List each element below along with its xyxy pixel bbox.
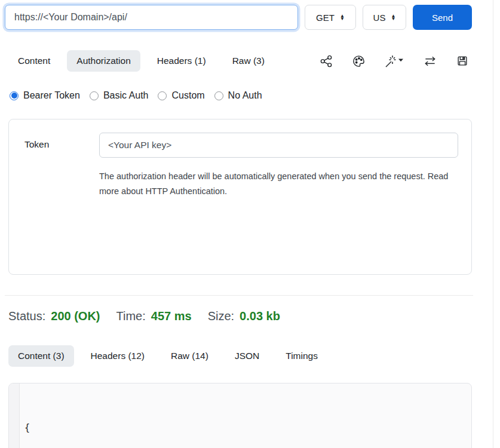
auth-type-options: Bearer Token Basic Auth Custom No Auth [10,90,492,101]
time-label: Time: [116,309,146,323]
json-open-brace: { [24,421,465,435]
status-label: Status: [8,309,45,323]
page-scrollbar-gutter[interactable] [493,0,500,448]
size-item: Size: 0.03 kb [208,309,280,323]
time-item: Time: 457 ms [116,309,192,323]
auth-option-label: Bearer Token [23,90,80,101]
auth-option-custom[interactable]: Custom [158,90,204,101]
response-status-row: Status: 200 (OK) Time: 457 ms Size: 0.03… [8,309,492,323]
response-tabs-row: Content (3) Headers (12) Raw (14) JSON T… [8,345,469,367]
url-input[interactable] [5,5,298,30]
auth-option-bearer-token[interactable]: Bearer Token [10,90,80,101]
time-value: 457 ms [151,309,192,323]
token-label: Token [24,133,99,158]
resp-tab-raw[interactable]: Raw (14) [161,345,218,367]
magic-wand-dropdown-icon[interactable] [384,54,404,68]
tab-content[interactable]: Content [8,50,60,72]
share-icon[interactable] [320,54,333,68]
token-row: Token [9,119,471,158]
tab-authorization[interactable]: Authorization [67,50,140,72]
radio-selected-icon[interactable] [10,91,19,100]
auth-option-label: Basic Auth [103,90,149,101]
response-json: { "message": "API running." } [9,383,471,448]
auth-option-label: No Auth [228,90,262,101]
token-input[interactable] [99,133,458,158]
resp-tab-json[interactable]: JSON [225,345,269,367]
status-item: Status: 200 (OK) [8,309,100,323]
send-button[interactable]: Send [413,5,472,30]
swap-arrows-icon[interactable] [423,54,437,68]
size-value: 0.03 kb [240,309,280,323]
region-select[interactable]: US ▲▼ [363,5,406,30]
auth-help-text: The authorization header will be automat… [99,169,453,199]
response-body-viewer[interactable]: { "message": "API running." } [8,383,472,448]
radio-icon[interactable] [158,91,167,100]
select-arrows-icon: ▲▼ [391,14,395,21]
resp-tab-headers[interactable]: Headers (12) [81,345,154,367]
toolbar [320,54,469,68]
tab-raw[interactable]: Raw (3) [223,50,274,72]
theme-palette-icon[interactable] [352,54,366,68]
tab-headers[interactable]: Headers (1) [148,50,216,72]
request-tabs: Content Authorization Headers (1) Raw (3… [8,50,274,72]
auth-option-no-auth[interactable]: No Auth [214,90,262,101]
region-select-value: US [373,13,386,23]
response-tabs: Content (3) Headers (12) Raw (14) JSON T… [8,345,327,367]
size-label: Size: [208,309,234,323]
method-select-value: GET [316,13,335,23]
method-select[interactable]: GET ▲▼ [305,5,356,30]
auth-option-label: Custom [171,90,204,101]
status-value: 200 (OK) [51,309,100,323]
auth-option-basic-auth[interactable]: Basic Auth [90,90,149,101]
save-icon[interactable] [456,54,469,67]
radio-icon[interactable] [214,91,223,100]
authorization-panel: Token The authorization header will be a… [8,119,472,275]
section-divider [5,295,473,296]
resp-tab-content[interactable]: Content (3) [8,345,74,367]
request-tabs-row: Content Authorization Headers (1) Raw (3… [8,50,469,72]
select-arrows-icon: ▲▼ [340,14,345,21]
resp-tab-timings[interactable]: Timings [276,345,327,367]
radio-icon[interactable] [90,91,99,100]
request-bar: GET ▲▼ US ▲▼ Send [5,5,472,30]
